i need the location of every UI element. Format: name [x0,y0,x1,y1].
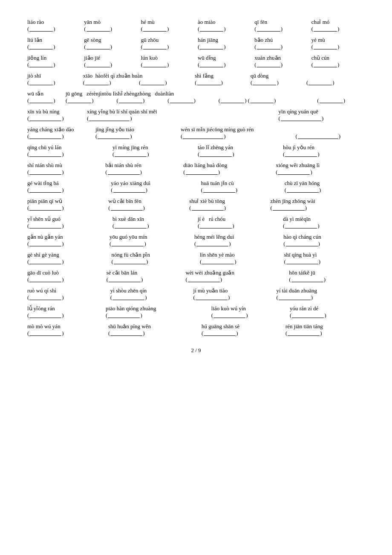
phrase-text: wū rǎn [26,89,64,97]
phrase-text: gē sòng [82,35,139,43]
blank-field: () [167,97,215,104]
phrase-text: hú guāng shān sè [200,321,284,330]
phrase-text: xuán zhuǎn [253,53,309,61]
blank-field: () [87,115,275,122]
phrase-text: chù zī yān hóng [283,178,366,187]
blank-field: () [189,205,267,211]
blank-field: () [27,151,109,158]
phrase-text: gǎn nù gǎn yán [26,232,108,240]
phrase-text: bǎi nián shù rén [104,160,182,169]
phrase-text: lín shēn yè mào [198,250,282,258]
blank-field: () [110,294,190,301]
row-group-11: piān piān qī wǔ wǔ cǎi bīn fēn shuǐ xiè … [26,196,366,213]
row-group-15: gāo dī cuò luò sè cǎi bān lán wèi wèi zh… [26,268,366,285]
phrase-text: gè shì gè yàng [26,250,110,258]
blank-field: () [112,151,194,158]
blank-field: () [311,61,365,68]
phrase-text: hé mù [139,17,196,26]
blank-field: () [311,43,365,50]
phrase-text: qīng chū yú lán [26,142,111,151]
blank-field: () [283,240,365,247]
phrase-text: hào qì cháng cún [282,232,366,240]
blank-field: () [139,79,191,86]
row-group-3: jiǒng lín jiǎo jié lún kuò wū dǐng xuán … [26,53,366,70]
row-group-13: gǎn nù gǎn yán yōu guó yōu mín héng méi … [26,232,366,249]
blank-field: () [295,133,365,140]
blank-field: () [108,205,186,211]
row-group-16: ruò wú qí shì yì shòu zhēn qín jí mù yuǎ… [26,286,366,303]
phrase-text: qū dòng [249,71,305,79]
row-group-6: xīn xù bù níng xíng yǐng bù lí shí quán … [26,107,366,124]
blank-field: () [141,43,194,50]
blank-field: () [83,79,135,86]
phrase-text [305,71,360,79]
phrase-text: xīn xù bù níng [26,107,85,115]
phrase-text: héng méi lěng duì [193,232,282,240]
phrase-text: mò mò wú yán [26,321,107,330]
blank-field: () [317,97,365,104]
phrase-text: shuǐ xiè bù tōng [187,196,268,205]
blank-field: () [276,294,365,301]
phrase-text: jiò shī [26,71,81,79]
blank-field: () [198,43,251,50]
phrase-text: wǔ cǎi bīn fēn [107,196,187,205]
blank-field: () [279,115,359,122]
blank-field: () [108,330,198,337]
blank-field: () [112,258,196,265]
blank-field: () [106,312,208,319]
phrase-text: chuǐ mó [310,17,366,26]
blank-field: () [270,205,365,211]
phrase-text: bǎo zhú [253,35,309,43]
phrase-text: shì fǎng [193,71,249,79]
blank-field: () [306,79,359,86]
blank-field: () [285,187,365,194]
blank-field: () [183,169,272,176]
blank-field: () [27,276,103,283]
row-group-9: shí nián shù mù bǎi nián shù rén diāo li… [26,160,366,177]
blank-field: () () [219,97,314,104]
phrase-text: ruò wú qí shì [26,286,109,294]
blank-field: () [27,187,107,194]
phrase-text: dà yì mièqīn [281,214,366,223]
blank-field: () [27,26,81,32]
blank-field: () [181,133,292,140]
phrase-text: táo lǐ zhēng yán [196,142,281,151]
phrase-text: xióng wěi zhuāng lì [274,160,366,169]
blank-field: () [276,169,365,176]
blank-field: () [110,240,191,247]
phrase-text: qī fēn [253,17,309,26]
blank-field: () [284,258,365,265]
phrase-text: liú lǎn [26,35,82,43]
blank-field: () [27,169,102,176]
phrase-text: yì shòu zhēn qín [109,286,192,294]
phrase-text: liáo rào [26,17,82,26]
phrase-text: shū huǎn píng wěn [107,321,200,330]
blank-field: () [84,43,137,50]
blank-field: () [185,276,285,283]
blank-field: () [141,61,194,68]
blank-field: () [254,43,308,50]
page-number: 2 / 9 [26,347,366,354]
phrase-text: shí nián shù mù [26,160,104,169]
phrase-text: yí tài duān zhuāng [274,286,366,294]
phrase-text: piāo hàn qióng zhuàng [104,304,210,312]
phrase-text: hòu jì yǒu rén [281,142,366,151]
blank-field: () [200,258,281,265]
blank-field: () [27,294,107,301]
blank-field: () [84,61,137,68]
page-content: liáo rào yān mò hé mù ào miào qī fēn chu… [26,17,366,354]
phrase-text: huā tuán jǐn cù [199,178,282,187]
blank-field: () [211,312,286,319]
phrase-text: hōn táikě jū [287,268,366,276]
blank-field: () [254,26,308,32]
phrase-text: piān piān qī wǔ [26,196,107,205]
phrase-text: lún kuò [139,53,196,61]
blank-field: () [194,240,280,247]
blank-field: () [27,205,105,211]
blank-field: () [27,258,108,265]
blank-field: () [107,276,182,283]
blank-field: () [27,240,106,247]
blank-field: () [285,330,365,337]
blank-field: () [112,223,194,229]
phrase-text: diāo liáng huà dòng [182,160,274,169]
